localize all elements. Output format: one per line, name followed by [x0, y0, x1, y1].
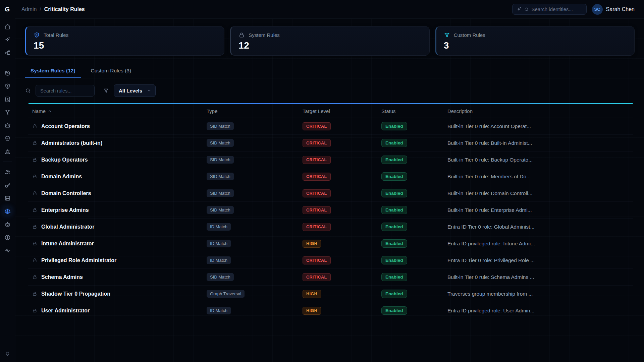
rule-description: Traverses group membership from ...	[447, 291, 629, 297]
lock-icon	[32, 124, 37, 129]
stat-card-total-rules: Total Rules 15	[25, 26, 224, 56]
lock-icon	[238, 32, 245, 38]
table-row[interactable]: Privileged Role Administrator ID Match C…	[28, 252, 633, 268]
rule-status-badge: Enabled	[381, 306, 407, 315]
lock-icon	[32, 258, 37, 263]
rule-level-badge: CRITICAL	[303, 139, 331, 147]
users-icon[interactable]	[4, 168, 11, 176]
alarm-icon[interactable]	[4, 148, 11, 155]
shield-alert-icon[interactable]	[4, 82, 11, 90]
rule-level-badge: CRITICAL	[303, 156, 331, 164]
id-card-icon[interactable]	[4, 96, 11, 103]
rule-status-badge: Enabled	[381, 206, 407, 214]
rule-type-badge: ID Match	[207, 223, 231, 231]
table-row[interactable]: Intune Administrator ID Match HIGH Enabl…	[28, 235, 633, 252]
stat-label: Total Rules	[44, 32, 68, 38]
plug-icon[interactable]	[4, 350, 11, 357]
sparkles-icon[interactable]	[4, 36, 11, 43]
history-clock-icon[interactable]	[4, 69, 11, 77]
rule-description: Entra ID privileged role: User Admin...	[447, 308, 629, 314]
search-icon	[524, 7, 529, 12]
table-row[interactable]: Enterprise Admins SID Match CRITICAL Ena…	[28, 201, 633, 218]
rule-description: Built-in Tier 0 rule: Built-in Administ.…	[447, 140, 629, 146]
stat-card-custom-rules: Custom Rules 3	[435, 26, 635, 56]
rule-level-badge: HIGH	[303, 307, 321, 315]
rule-status-badge: Enabled	[381, 273, 407, 281]
rule-type-badge: ID Match	[207, 307, 231, 314]
column-header-status[interactable]: Status	[381, 108, 447, 114]
rule-description: Built-in Tier 0 rule: Account Operat...	[447, 123, 629, 129]
table-row[interactable]: Administrators (built-in) SID Match CRIT…	[28, 134, 633, 151]
server-icon[interactable]	[4, 194, 11, 202]
activity-icon[interactable]	[4, 247, 11, 254]
table-header: Name Type Target Level Status Descriptio…	[28, 104, 633, 118]
bot-icon[interactable]	[4, 221, 11, 228]
breadcrumb-admin[interactable]: Admin	[21, 6, 37, 12]
avatar[interactable]: SC	[592, 4, 603, 15]
stat-value: 12	[238, 40, 422, 51]
table-row[interactable]: Backup Operators SID Match CRITICAL Enab…	[28, 151, 633, 168]
stat-value: 3	[444, 40, 627, 51]
column-header-description[interactable]: Description	[447, 108, 629, 114]
org-chart-icon[interactable]	[4, 49, 11, 56]
rule-description: Built-in Tier 0 rule: Enterprise Admi...	[447, 207, 629, 213]
home-icon[interactable]	[4, 23, 11, 30]
stat-value: 15	[34, 40, 217, 51]
filter-row: All Levels	[25, 84, 635, 97]
column-header-target-level[interactable]: Target Level	[303, 108, 381, 114]
rule-level-badge: HIGH	[303, 290, 321, 298]
lock-icon	[32, 291, 37, 296]
identity-search-box[interactable]: Search identities...	[512, 4, 587, 15]
rules-search-input[interactable]	[36, 85, 95, 97]
rules-table: Name Type Target Level Status Descriptio…	[28, 103, 633, 319]
rule-type-badge: SID Match	[207, 122, 234, 130]
branches-icon[interactable]	[4, 109, 11, 116]
rule-type-badge: SID Match	[207, 156, 234, 164]
table-row[interactable]: Shadow Tier 0 Propagation Graph Traversa…	[28, 285, 633, 302]
rule-description: Built-in Tier 0 rule: Domain Controll...	[447, 190, 629, 196]
level-filter-value: All Levels	[119, 88, 142, 94]
level-filter-select[interactable]: All Levels	[114, 84, 156, 97]
table-row[interactable]: Global Administrator ID Match CRITICAL E…	[28, 218, 633, 235]
tab-system-rules[interactable]: System Rules (12)	[25, 64, 81, 78]
tab-custom-rules[interactable]: Custom Rules (3)	[86, 64, 137, 78]
rule-type-badge: ID Match	[207, 240, 231, 247]
rule-name: User Administrator	[41, 308, 90, 314]
table-row[interactable]: Schema Admins SID Match CRITICAL Enabled…	[28, 268, 633, 285]
sort-asc-icon	[48, 109, 52, 113]
table-row[interactable]: Account Operators SID Match CRITICAL Ena…	[28, 118, 633, 134]
search-icon	[25, 88, 31, 94]
sidebar-footer	[4, 350, 11, 362]
rule-description: Built-in Tier 0 rule: Schema Admins ...	[447, 274, 629, 280]
rule-level-badge: CRITICAL	[303, 122, 331, 130]
rules-tabs: System Rules (12) Custom Rules (3)	[25, 64, 169, 78]
keyhole-circle-icon[interactable]	[4, 234, 11, 241]
table-row[interactable]: User Administrator ID Match HIGH Enabled…	[28, 302, 633, 319]
rule-type-badge: SID Match	[207, 273, 234, 281]
user-menu[interactable]: SC Sarah Chen	[592, 4, 635, 15]
scales-icon[interactable]	[4, 207, 11, 215]
rule-name: Privileged Role Administrator	[41, 257, 116, 263]
key-icon[interactable]	[4, 181, 11, 189]
rule-type-badge: Graph Traversal	[207, 290, 245, 298]
crown-icon[interactable]	[4, 122, 11, 129]
user-name: Sarah Chen	[606, 6, 635, 12]
rule-status-badge: Enabled	[381, 189, 407, 197]
rule-name: Enterprise Admins	[41, 207, 89, 213]
rule-level-badge: CRITICAL	[303, 189, 331, 197]
rule-name: Shadow Tier 0 Propagation	[41, 291, 110, 297]
app-logo[interactable]: G	[0, 0, 15, 19]
page-title: Criticality Rules	[44, 6, 85, 12]
table-row[interactable]: Domain Controllers SID Match CRITICAL En…	[28, 185, 633, 201]
column-header-type[interactable]: Type	[207, 108, 303, 114]
chevron-down-icon	[147, 88, 151, 93]
top-bar: Admin / Criticality Rules Search identit…	[15, 0, 644, 19]
column-header-name[interactable]: Name	[32, 108, 207, 114]
rule-name: Intune Administrator	[41, 241, 94, 247]
stat-label: System Rules	[249, 32, 280, 38]
shield-alert-icon	[34, 32, 40, 38]
shield-check-icon[interactable]	[4, 135, 11, 142]
table-row[interactable]: Domain Admins SID Match CRITICAL Enabled…	[28, 168, 633, 185]
lock-icon	[32, 174, 37, 179]
funnel-icon[interactable]	[103, 88, 109, 94]
